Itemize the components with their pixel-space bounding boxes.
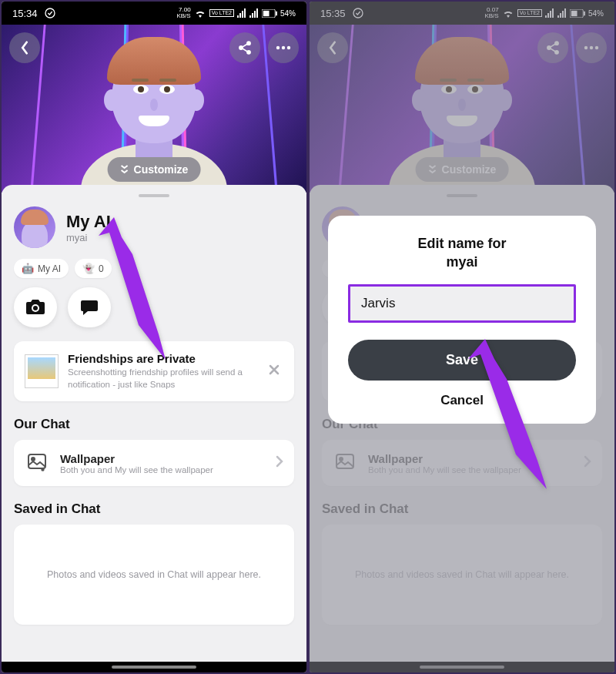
share-button[interactable] <box>229 32 260 63</box>
chevron-down-double-icon <box>120 164 129 175</box>
save-button[interactable]: Save <box>348 340 576 381</box>
hero-banner: Customize <box>2 25 306 193</box>
svg-rect-12 <box>28 454 45 468</box>
wallpaper-icon <box>26 452 48 474</box>
screenshot-right: 15:35 0.07KB/S Vo LTE2 54% <box>310 2 614 672</box>
chevron-right-icon <box>276 455 283 471</box>
section-saved: Saved in Chat <box>14 501 294 517</box>
cancel-button[interactable]: Cancel <box>348 393 576 408</box>
chip-my-ai[interactable]: 🤖My AI <box>14 259 69 278</box>
back-button[interactable] <box>9 32 40 63</box>
svg-point-13 <box>32 458 35 461</box>
battery-icon <box>262 9 277 18</box>
profile-sheet: My AI myai 🤖My AI 👻0 Friendships are Pri… <box>2 185 306 662</box>
camera-icon <box>25 299 45 316</box>
avatar-large <box>85 51 223 193</box>
svg-point-7 <box>276 46 280 49</box>
svg-point-6 <box>247 51 250 54</box>
svg-rect-3 <box>276 11 277 15</box>
battery-percent: 54% <box>280 9 296 18</box>
saved-empty-state: Photos and videos saved in Chat will app… <box>14 525 294 625</box>
more-icon <box>276 45 291 50</box>
lte-badge: Vo LTE2 <box>209 9 234 17</box>
svg-point-11 <box>33 306 38 310</box>
signal-icon <box>237 8 246 18</box>
chat-icon <box>80 299 99 316</box>
ghost-icon: 👻 <box>82 263 95 274</box>
privacy-card: Friendships are Private Screenshotting f… <box>14 341 294 401</box>
status-check-icon <box>44 7 56 19</box>
modal-title: Edit name for myai <box>348 234 576 272</box>
signal-icon <box>249 8 259 18</box>
svg-rect-2 <box>263 10 270 15</box>
close-icon <box>268 364 280 376</box>
profile-username: myai <box>66 232 111 243</box>
wallpaper-title: Wallpaper <box>60 452 265 465</box>
privacy-subtitle: Screenshotting friendship profiles will … <box>68 367 256 391</box>
svg-point-8 <box>282 46 285 49</box>
profile-name[interactable]: My AI <box>66 212 111 232</box>
wifi-icon <box>194 8 206 18</box>
dismiss-card-button[interactable] <box>265 360 283 382</box>
svg-point-0 <box>45 8 55 18</box>
robot-icon: 🤖 <box>22 263 34 274</box>
name-input[interactable] <box>348 284 576 323</box>
chevron-left-icon <box>19 41 30 55</box>
android-navbar[interactable] <box>2 662 306 672</box>
chip-snap-score[interactable]: 👻0 <box>75 259 112 278</box>
customize-button[interactable]: Customize <box>108 157 201 182</box>
share-icon <box>237 40 253 55</box>
svg-point-4 <box>239 46 243 49</box>
status-bar: 15:34 7.00KB/S Vo LTE2 54% <box>2 2 306 25</box>
privacy-title: Friendships are Private <box>68 352 256 365</box>
avatar-small[interactable] <box>14 206 55 248</box>
screenshot-left: 15:34 7.00KB/S Vo LTE2 54% <box>2 2 306 672</box>
section-our-chat: Our Chat <box>14 417 294 432</box>
chat-action-button[interactable] <box>68 287 111 327</box>
status-time: 15:34 <box>12 8 38 19</box>
wallpaper-subtitle: Both you and My will see the wallpaper <box>60 465 265 474</box>
svg-point-5 <box>247 42 250 45</box>
wallpaper-row[interactable]: Wallpaper Both you and My will see the w… <box>14 440 294 486</box>
camera-action-button[interactable] <box>14 287 57 327</box>
polaroid-icon <box>25 354 59 388</box>
edit-name-modal: Edit name for myai Save Cancel <box>328 216 596 424</box>
more-button[interactable] <box>268 32 299 63</box>
svg-point-9 <box>287 46 290 49</box>
sheet-grabber[interactable] <box>139 194 169 197</box>
